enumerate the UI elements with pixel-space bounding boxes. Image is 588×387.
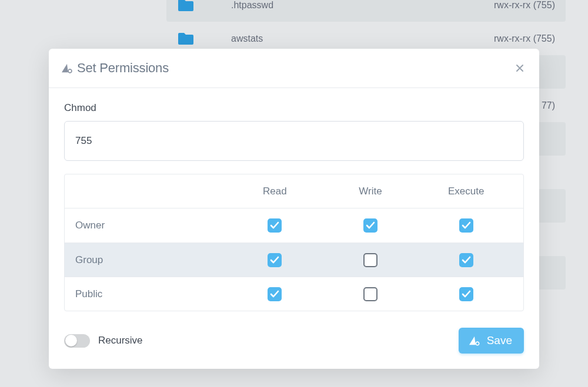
permission-row-label: Public: [74, 288, 227, 300]
save-label: Save: [487, 334, 512, 347]
column-write: Write: [323, 186, 419, 197]
checkbox-owner-execute[interactable]: [459, 218, 473, 233]
chmod-input[interactable]: [64, 121, 524, 161]
svg-point-1: [476, 342, 479, 345]
checkbox-owner-read[interactable]: [268, 218, 282, 233]
checkbox-group-read[interactable]: [268, 253, 282, 267]
permissions-table: Read Write Execute OwnerGroupPublic: [64, 174, 524, 311]
modal-footer: Recursive Save: [64, 328, 524, 354]
permission-row-label: Group: [74, 254, 227, 266]
permission-row-public: Public: [65, 277, 523, 311]
svg-point-0: [68, 69, 72, 73]
chmod-label: Chmod: [64, 102, 524, 114]
modal-title: Set Permissions: [77, 60, 169, 76]
checkbox-owner-write[interactable]: [363, 218, 377, 233]
permissions-header-row: Read Write Execute: [65, 174, 523, 208]
permissions-icon: [61, 63, 74, 73]
toggle-track: [64, 334, 90, 348]
permission-row-label: Owner: [74, 220, 227, 231]
recursive-label: Recursive: [98, 335, 143, 346]
recursive-toggle[interactable]: Recursive: [64, 334, 143, 348]
toggle-knob: [65, 335, 77, 346]
checkbox-public-execute[interactable]: [459, 287, 473, 301]
checkbox-public-read[interactable]: [268, 287, 282, 301]
close-button[interactable]: [514, 63, 525, 73]
column-execute: Execute: [418, 186, 514, 197]
modal-body: Chmod Read Write Execute OwnerGroupPubli…: [49, 88, 539, 369]
modal-header: Set Permissions: [49, 49, 539, 88]
save-button[interactable]: Save: [459, 328, 524, 354]
checkbox-group-write[interactable]: [363, 253, 377, 267]
column-read: Read: [227, 186, 323, 197]
permission-row-owner: Owner: [65, 208, 523, 243]
save-icon: [468, 335, 481, 346]
permission-row-group: Group: [65, 243, 523, 277]
set-permissions-modal: Set Permissions Chmod Read Write Execute…: [49, 49, 539, 369]
checkbox-public-write[interactable]: [363, 287, 377, 301]
checkbox-group-execute[interactable]: [459, 253, 473, 267]
